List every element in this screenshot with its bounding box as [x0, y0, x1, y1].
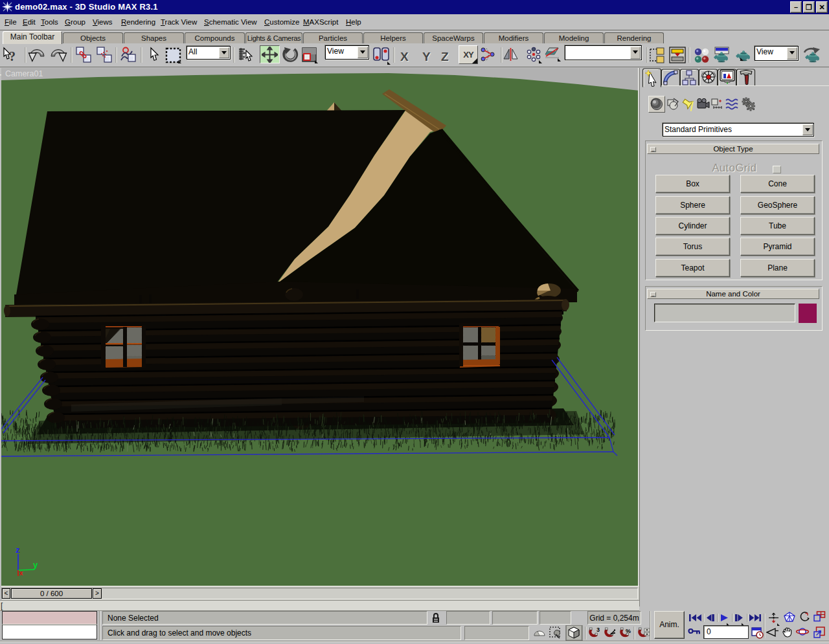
- svg-text:Z: Z: [441, 50, 449, 63]
- svg-text:X: X: [400, 50, 409, 63]
- svg-text:Y: Y: [422, 50, 431, 63]
- svg-text:z: z: [16, 545, 20, 555]
- svg-text:x: x: [19, 570, 23, 577]
- svg-text:?: ?: [9, 49, 16, 63]
- svg-text:y: y: [33, 560, 38, 570]
- svg-text:%: %: [626, 628, 631, 634]
- svg-text:3: 3: [596, 627, 600, 633]
